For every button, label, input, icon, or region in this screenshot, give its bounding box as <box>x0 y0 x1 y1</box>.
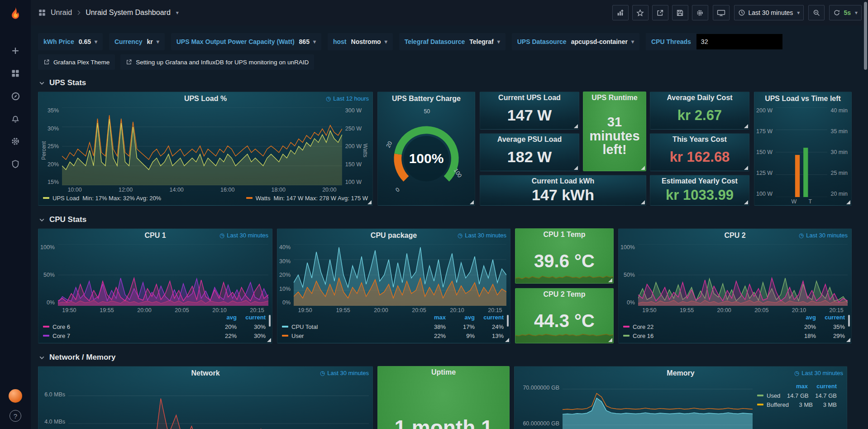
panel-time-badge[interactable]: ◷Last 30 minutes <box>458 232 506 239</box>
legend-column-header[interactable]: avg <box>446 314 475 322</box>
panel-title[interactable]: CPU 1 Temp <box>543 231 585 239</box>
variable-currency[interactable]: Currency kr▾ <box>109 33 165 50</box>
legend-scrollbar[interactable] <box>507 315 509 327</box>
sidebar-menu <box>5 42 25 173</box>
legend-column-header[interactable]: current <box>808 383 837 391</box>
sidebar-item-server-admin[interactable] <box>5 155 25 173</box>
ups-load-vs-time-chart[interactable] <box>776 107 827 197</box>
panel-time-badge[interactable]: ◷Last 30 minutes <box>219 232 268 239</box>
section-header-ups-stats[interactable]: UPS Stats <box>38 74 861 92</box>
save-dashboard-button[interactable] <box>672 5 688 20</box>
chevron-down-icon <box>39 80 45 86</box>
panel-title[interactable]: Uptime <box>431 368 456 376</box>
panel-title[interactable]: Average PSU Load <box>497 135 562 144</box>
legend-column-header[interactable]: max <box>417 314 446 322</box>
time-range-picker[interactable]: Last 30 minutes ▾ <box>734 5 804 20</box>
variable-host[interactable]: host Nostromo▾ <box>328 33 393 50</box>
cpu1-chart[interactable] <box>58 244 268 306</box>
panel-time-badge[interactable]: ◷Last 30 minutes <box>320 370 369 376</box>
legend-column-header[interactable]: current <box>237 314 266 322</box>
variable-kwh-price[interactable]: kWh Price 0.65▾ <box>38 33 103 50</box>
panel-title[interactable]: CPU 2 Temp <box>543 290 585 299</box>
axis-tick: 200 W <box>345 143 362 149</box>
panel-title[interactable]: UPS Load vs Time left <box>765 95 841 103</box>
panel-title[interactable]: Network <box>191 369 219 377</box>
ups-load-chart[interactable] <box>62 107 342 185</box>
legend-column-header[interactable]: max <box>779 383 808 391</box>
variable-ups-max-output[interactable]: UPS Max Output Power Capacity (Watt) 865… <box>171 33 321 50</box>
sidebar-item-create[interactable] <box>5 42 25 60</box>
axis-tick: 70.000000 GB <box>523 385 559 391</box>
panel-title[interactable]: Estimated Yearly Cost <box>662 177 738 185</box>
panel-title[interactable]: UPS Load % <box>184 95 227 103</box>
legend-item-ups-load[interactable]: UPS Load Min: 17% Max: 32% Avg: 20% <box>43 195 161 202</box>
axis-tick: 30% <box>48 125 59 132</box>
breadcrumb-folder[interactable]: Unraid <box>51 9 72 17</box>
legend-scrollbar[interactable] <box>269 315 271 327</box>
axis-tick: 0% <box>40 299 55 306</box>
star-dashboard-button[interactable] <box>632 5 649 20</box>
legend-scrollbar[interactable] <box>848 315 850 327</box>
sidebar-item-dashboards[interactable] <box>5 64 25 82</box>
link-grafana-plex-theme[interactable]: Grafana Plex Theme <box>38 54 115 70</box>
panel-title[interactable]: CPU 2 <box>724 231 745 240</box>
apps-grid-icon[interactable] <box>38 9 46 17</box>
panel-title[interactable]: This Years Cost <box>672 135 727 144</box>
legend-series[interactable]: Core 16 <box>623 333 787 339</box>
legend-column-header[interactable]: avg <box>208 314 237 322</box>
legend-series[interactable]: User <box>282 333 417 339</box>
panel-title[interactable]: Current Load kWh <box>532 177 595 185</box>
sidebar-item-alerting[interactable] <box>5 110 25 128</box>
legend-series[interactable]: Used <box>757 392 780 399</box>
panel-title[interactable]: CPU package <box>371 231 417 240</box>
variable-telegraf-datasource[interactable]: Telegraf Datasource Telegraf▾ <box>399 33 506 50</box>
page-scrollbar-thumb[interactable] <box>864 2 867 70</box>
shield-icon <box>11 159 20 169</box>
user-avatar[interactable] <box>9 389 22 403</box>
legend-column-header[interactable]: avg <box>787 314 816 322</box>
help-icon[interactable]: ? <box>10 410 21 422</box>
sidebar-item-configuration[interactable] <box>5 132 25 150</box>
dashboard-settings-button[interactable] <box>692 5 708 20</box>
tv-mode-button[interactable] <box>713 5 730 20</box>
share-dashboard-button[interactable] <box>652 5 668 20</box>
legend-item-watts[interactable]: Watts Min: 147 W Max: 278 W Avg: 175 W <box>246 195 368 202</box>
panel-title[interactable]: UPS Runtime <box>591 94 637 102</box>
caret-down-icon[interactable]: ▾ <box>176 10 179 16</box>
panel-title[interactable]: CPU 1 <box>144 231 166 240</box>
add-panel-button[interactable] <box>612 5 629 20</box>
legend-series[interactable]: CPU Total <box>282 323 417 330</box>
axis-tick: 12:00 <box>119 187 133 193</box>
section-header-cpu-stats[interactable]: CPU Stats <box>38 211 861 228</box>
legend-series[interactable]: Core 22 <box>623 323 787 330</box>
panel-time-badge[interactable]: ◷Last 30 minutes <box>794 370 843 376</box>
panel-time-badge[interactable]: ◷Last 30 minutes <box>799 232 848 239</box>
sidebar-item-explore[interactable] <box>5 87 25 105</box>
grafana-logo[interactable] <box>0 0 31 26</box>
cpu-threads-input[interactable] <box>696 34 782 49</box>
link-ups-monitoring-guide[interactable]: Setting up Grafana and InfluxDB for UPS … <box>120 54 314 70</box>
axis-tick: 125 W <box>756 170 773 176</box>
axis-tick: 0% <box>279 299 291 306</box>
panel-title[interactable]: UPS Battery Charge <box>392 95 461 103</box>
zoom-out-button[interactable] <box>808 5 825 20</box>
legend-series[interactable]: Core 7 <box>43 333 208 339</box>
dashboard-title[interactable]: Unraid System Dashboard <box>86 9 171 17</box>
cpu2-chart[interactable] <box>638 244 848 306</box>
variable-ups-datasource[interactable]: UPS Datasource apcupsd-container▾ <box>512 33 639 50</box>
panel-time-badge[interactable]: ◷ Last 12 hours <box>326 95 369 102</box>
panel-title[interactable]: Memory <box>667 369 694 377</box>
cpu-package-chart[interactable] <box>294 244 506 306</box>
panel-title[interactable]: Average Daily Cost <box>667 94 732 102</box>
panel-title[interactable]: Current UPS Load <box>498 94 561 102</box>
legend-column-header[interactable]: current <box>475 314 504 322</box>
network-chart[interactable] <box>68 382 369 429</box>
x-axis: W T <box>776 197 827 205</box>
legend-column-header[interactable]: current <box>816 314 845 322</box>
legend-series[interactable]: Buffered <box>757 401 789 408</box>
memory-chart[interactable] <box>563 382 753 429</box>
axis-tick: 19:50 <box>642 307 656 314</box>
refresh-picker[interactable]: 5s ▾ <box>829 5 862 20</box>
section-header-network-memory[interactable]: Network / Memory <box>38 349 861 366</box>
legend-series[interactable]: Core 6 <box>43 323 208 330</box>
